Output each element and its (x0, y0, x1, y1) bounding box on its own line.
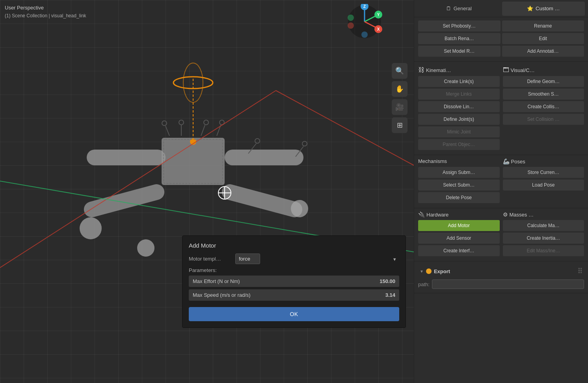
export-label: Export (434, 268, 450, 274)
drag-handle-icon[interactable]: ⠿ (577, 267, 582, 276)
export-section: ▼ Export ⠿ path: (414, 261, 588, 293)
calculate-ma-btn[interactable]: Calculate Ma… (503, 220, 584, 231)
document-icon: 🗒 (446, 6, 451, 11)
rename-btn[interactable]: Rename (502, 20, 584, 31)
param-row-effort[interactable]: Max Effort (N or Nm) 150.00 (189, 276, 399, 287)
path-row: path: (418, 278, 584, 290)
param-speed-name: Max Speed (m/s or rad/s) (193, 292, 385, 298)
export-header[interactable]: ▼ Export ⠿ (418, 265, 584, 278)
svg-point-12 (218, 187, 231, 199)
viewport-title: User Perspective (1) Scene Collection | … (5, 4, 86, 20)
parent-obj-btn[interactable]: Parent Objec… (418, 139, 500, 150)
dissolve-row: Dissolve Lin… (418, 101, 500, 112)
pan-tool-btn[interactable]: ✋ (392, 81, 408, 97)
set-model-btn[interactable]: Set Model R… (418, 46, 501, 57)
param-row-speed[interactable]: Max Speed (m/s or rad/s) 3.14 (189, 289, 399, 301)
create-interf-btn[interactable]: Create Interf… (418, 245, 500, 256)
param-effort-value: 150.00 (380, 278, 395, 284)
set-phobosty-btn[interactable]: Set Phobosty… (418, 20, 501, 31)
svg-text:Z: Z (363, 4, 366, 9)
create-collision-btn[interactable]: Create Collis… (503, 101, 584, 112)
kinematics-section: ⛓ Kinemati… Create Link(s) Merge Links D… (414, 62, 588, 155)
motor-template-label: Motor templ… (189, 256, 232, 262)
motor-template-select-wrap[interactable]: force velocity position (235, 253, 399, 264)
merge-links-btn[interactable]: Merge Links (418, 89, 500, 100)
svg-point-7 (137, 239, 154, 257)
param-speed-value: 3.14 (385, 292, 395, 298)
tab-general-label: General (454, 6, 472, 11)
set-collision-btn[interactable]: Set Collision … (503, 114, 584, 125)
create-inertia-btn[interactable]: Create Inertia… (503, 233, 584, 244)
define-geom-btn[interactable]: Define Geom… (503, 76, 584, 87)
dialog-title: Add Motor (189, 242, 399, 249)
svg-point-16 (162, 121, 167, 126)
svg-text:X: X (377, 27, 380, 31)
poses-label: Poses (511, 159, 525, 165)
svg-point-9 (173, 77, 213, 89)
batch-rename-btn[interactable]: Batch Rena… (418, 33, 501, 44)
grid-tool-btn[interactable]: ⊞ (392, 117, 408, 133)
mech-poses-header: Mechanisms 🦾 Poses (418, 158, 584, 165)
add-sensor-btn[interactable]: Add Sensor (418, 233, 500, 244)
define-joint-row: Define Joint(s) (418, 114, 500, 125)
path-input[interactable] (432, 279, 584, 289)
add-annotation-btn[interactable]: Add Annotati… (502, 46, 584, 57)
visual-label: Visual/C… (511, 67, 535, 73)
create-collis-row: Create Collis… (503, 101, 584, 112)
svg-rect-27 (164, 139, 223, 183)
load-pose-btn[interactable]: Load Pose (503, 179, 584, 191)
svg-line-23 (248, 144, 256, 154)
viewport-tools[interactable]: 🔍 ✋ 🎥 ⊞ (392, 63, 408, 133)
svg-point-24 (255, 139, 260, 143)
smoothen-btn[interactable]: Smoothen S… (503, 89, 584, 100)
add-motor-btn[interactable]: Add Motor (418, 220, 500, 231)
edit-btn[interactable]: Edit (502, 33, 584, 44)
parent-obj-row: Parent Objec… (418, 139, 500, 150)
edit-mass-btn[interactable]: Edit Mass/Ine… (503, 245, 584, 256)
tab-custom-label: Custom … (536, 6, 560, 11)
svg-point-41 (348, 22, 354, 29)
kinematics-label: Kinemati… (426, 67, 451, 73)
define-geom-row: Define Geom… (503, 76, 584, 87)
mechanisms-section: Mechanisms 🦾 Poses Assign Subm… Select S… (414, 155, 588, 208)
mechanisms-label: Mechanisms (418, 158, 500, 165)
mimic-joint-btn[interactable]: Mimic Joint (418, 126, 500, 137)
merge-links-row: Merge Links (418, 89, 500, 100)
row-model-annotation: Set Model R… Add Annotati… (418, 46, 584, 57)
svg-point-10 (183, 63, 203, 102)
create-links-btn[interactable]: Create Link(s) (418, 76, 500, 87)
set-collision-row: Set Collision … (503, 114, 584, 125)
define-joints-btn[interactable]: Define Joint(s) (418, 114, 500, 125)
svg-point-22 (220, 120, 224, 125)
kinematics-visual-headers: ⛓ Kinemati… Create Link(s) Merge Links D… (418, 65, 584, 152)
svg-line-15 (166, 126, 169, 136)
delete-pose-btn[interactable]: Delete Pose (418, 192, 500, 203)
ok-button[interactable]: OK (189, 307, 399, 321)
store-current-btn[interactable]: Store Curren… (503, 167, 584, 178)
svg-text:Y: Y (377, 13, 380, 17)
svg-rect-1 (87, 150, 166, 165)
hw-masses-header: 🔌 Hardware ⚙ Masses … (418, 211, 584, 218)
assign-subm-btn[interactable]: Assign Subm… (418, 167, 500, 178)
select-subm-btn[interactable]: Select Subm… (418, 179, 500, 191)
row-phobosty-rename: Set Phobosty… Rename (418, 20, 584, 31)
right-panel: 🗒 General ⭐ Custom … Set Phobosty… Renam… (414, 0, 588, 383)
svg-point-6 (291, 200, 308, 217)
tab-custom[interactable]: ⭐ Custom … (502, 2, 585, 16)
masses-icon: ⚙ (503, 211, 508, 218)
svg-point-5 (80, 217, 102, 239)
motor-template-select[interactable]: force velocity position (235, 253, 260, 264)
top-buttons-section: Set Phobosty… Rename Batch Rena… Edit Se… (414, 17, 588, 62)
zoom-tool-btn[interactable]: 🔍 (392, 63, 408, 79)
add-motor-dialog: Add Motor Motor templ… force velocity po… (182, 235, 406, 328)
tab-general[interactable]: 🗒 General (417, 2, 501, 16)
camera-tool-btn[interactable]: 🎥 (392, 99, 408, 115)
path-label: path: (418, 281, 430, 287)
visual-icon: 🗔 (503, 67, 509, 74)
dissolve-links-btn[interactable]: Dissolve Lin… (418, 101, 500, 112)
svg-point-26 (302, 141, 307, 146)
svg-point-42 (348, 15, 354, 21)
hardware-section: 🔌 Hardware ⚙ Masses … Add Motor Add Sens… (414, 208, 588, 261)
poses-icon: 🦾 (503, 158, 510, 165)
mech-buttons: Assign Subm… Select Subm… Delete Pose St… (418, 167, 584, 205)
